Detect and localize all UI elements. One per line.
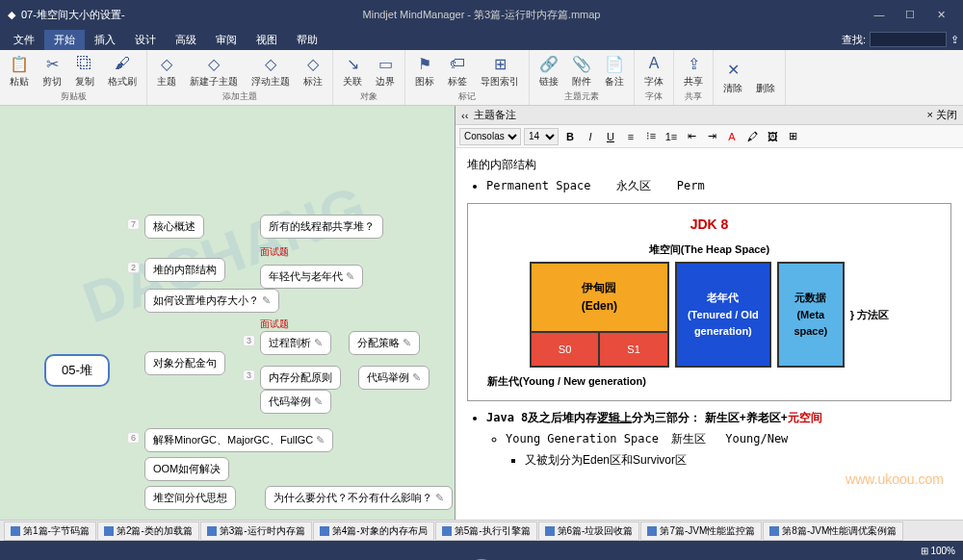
ribbon-icon: 🏷 — [448, 54, 467, 73]
mm-node-9[interactable]: 代码举例 ✎ — [358, 366, 429, 390]
main-node-0[interactable]: 05-堆 — [44, 354, 110, 387]
mm-node-12[interactable]: OOM如何解决 — [144, 457, 229, 481]
doc-tab-6[interactable]: 第7篇-JVM性能监控篇 — [640, 522, 762, 541]
ribbon-0-2[interactable]: ⿻复制 — [69, 52, 100, 90]
menu-tab-7[interactable]: 帮助 — [287, 30, 327, 50]
ribbon-4-0[interactable]: 🔗链接 — [534, 52, 564, 90]
ribbon-5-0[interactable]: A字体 — [638, 52, 669, 90]
search-label: 查找: — [842, 33, 866, 47]
mm-node-13[interactable]: 堆空间分代思想 — [144, 486, 236, 510]
highlight-button[interactable]: 🖍 — [743, 128, 761, 145]
ribbon-icon: ▭ — [376, 54, 395, 73]
menu-tab-0[interactable]: 文件 — [4, 30, 44, 50]
doc-tab-2[interactable]: 第3篇-运行时内存篇 — [200, 522, 312, 541]
menu-tab-4[interactable]: 高级 — [166, 30, 206, 50]
search-input[interactable] — [870, 32, 947, 47]
edit-icon: ✎ — [346, 270, 354, 282]
edit-icon: ✎ — [314, 395, 323, 407]
font-size-select[interactable]: 14 — [524, 128, 559, 145]
panel-collapse-icon[interactable]: ‹‹ — [461, 110, 468, 121]
align-left-button[interactable]: ≡ — [622, 128, 639, 145]
mm-node-8[interactable]: 内存分配原则 — [260, 366, 341, 390]
workspace: DACHANG 05-堆06-方法区核心概述7所有的线程都共享堆？堆的内部结构2… — [0, 106, 963, 520]
mindmap-file-icon — [769, 526, 779, 536]
italic-button[interactable]: I — [582, 128, 599, 145]
ribbon-4-1[interactable]: 📎附件 — [566, 52, 597, 90]
mm-node-7[interactable]: 分配策略 ✎ — [349, 331, 420, 355]
mindmap-file-icon — [207, 526, 217, 536]
zoom-level[interactable]: 100% — [930, 546, 955, 556]
ribbon-6-0[interactable]: ⇪共享 — [678, 52, 709, 90]
ribbon-2-0[interactable]: ↘关联 — [337, 52, 368, 90]
doc-tab-4[interactable]: 第5篇-执行引擎篇 — [435, 522, 537, 541]
share-icon[interactable]: ⇪ — [950, 34, 959, 46]
indent-button[interactable]: ⇥ — [703, 128, 720, 145]
badge-icon: 2 — [127, 262, 140, 273]
mm-node-10[interactable]: 代码举例 ✎ — [260, 390, 331, 414]
insert-image-button[interactable]: 🖼 — [764, 128, 781, 145]
menu-tab-5[interactable]: 审阅 — [206, 30, 247, 50]
mm-node-5[interactable]: 过程剖析 ✎ — [260, 331, 331, 355]
ribbon-3-1[interactable]: 🏷标签 — [442, 52, 473, 90]
notes-content[interactable]: 堆的内部结构 Permanent Space 永久区 Perm JDK 8 堆空… — [455, 148, 963, 520]
underline-button[interactable]: U — [602, 128, 619, 145]
doc-tab-7[interactable]: 第8篇-JVM性能调优案例篇 — [763, 522, 903, 541]
ribbon-icon: ◇ — [157, 54, 176, 73]
mm-node-4[interactable]: 如何设置堆内存大小？ ✎ — [144, 289, 279, 313]
ribbon-3-2[interactable]: ⊞导图索引 — [475, 52, 525, 90]
ribbon-1-1[interactable]: ◇新建子主题 — [184, 52, 244, 90]
ribbon-3-0[interactable]: ⚑图标 — [409, 52, 440, 90]
ribbon-2-1[interactable]: ▭边界 — [370, 52, 401, 90]
menu-tab-2[interactable]: 插入 — [85, 30, 125, 50]
young-gen-label: 新生代(Young / New generation) — [487, 373, 941, 391]
mm-node-2[interactable]: 堆的内部结构 — [144, 258, 225, 282]
doc-tab-3[interactable]: 第4篇-对象的内存布局 — [313, 522, 434, 541]
ribbon-icon: ✕ — [723, 61, 742, 80]
mm-node-3[interactable]: 年轻代与老年代 ✎ — [260, 265, 363, 289]
mm-node-6[interactable]: 对象分配金句 — [144, 351, 225, 375]
mm-node-11[interactable]: 解释MinorGC、MajorGC、FullGC ✎ — [144, 428, 333, 452]
font-color-button[interactable]: A — [723, 128, 741, 145]
edit-icon: ✎ — [262, 294, 271, 306]
mm-node-1[interactable]: 所有的线程都共享堆？ — [260, 215, 383, 239]
bold-button[interactable]: B — [561, 128, 579, 145]
notes-header: ‹‹ 主题备注 × 关闭 — [455, 106, 963, 125]
view-icons[interactable]: ⊞ — [921, 546, 928, 556]
ribbon-0-0[interactable]: 📋粘贴 — [4, 52, 35, 90]
doc-tab-1[interactable]: 第2篇-类的加载篇 — [97, 522, 199, 541]
ribbon-1-0[interactable]: ◇主题 — [151, 52, 182, 90]
ribbon-4-2[interactable]: 📄备注 — [599, 52, 630, 90]
bullet-list-button[interactable]: ⁝≡ — [642, 128, 660, 145]
outdent-button[interactable]: ⇤ — [683, 128, 700, 145]
doc-tab-0[interactable]: 第1篇-字节码篇 — [4, 522, 96, 541]
menu-tab-6[interactable]: 视图 — [247, 30, 287, 50]
mm-node-0[interactable]: 核心概述 — [144, 215, 204, 239]
window-title: 07-堆空间大小的设置- — [21, 8, 125, 22]
font-family-select[interactable]: Consolas — [459, 128, 521, 145]
menu-tab-1[interactable]: 开始 — [44, 30, 85, 50]
doc-tab-5[interactable]: 第6篇-垃圾回收篇 — [538, 522, 640, 541]
jdk8-diagram: JDK 8 堆空间(The Heap Space) 伊甸园 (Eden) S0 … — [467, 203, 951, 401]
ribbon-1-2[interactable]: ◇浮动主题 — [246, 52, 296, 90]
mindmap-panel[interactable]: DACHANG 05-堆06-方法区核心概述7所有的线程都共享堆？堆的内部结构2… — [0, 106, 455, 520]
ribbon-0-3[interactable]: 🖌格式刷 — [102, 52, 143, 90]
ribbon-7-0[interactable]: ✕清除 — [717, 52, 748, 103]
heap-space-label: 堆空间(The Heap Space) — [478, 242, 941, 259]
mindmap-file-icon — [442, 526, 452, 536]
close-button[interactable]: ✕ — [926, 5, 955, 24]
ribbon-0-1[interactable]: ✂剪切 — [37, 52, 67, 90]
old-gen-box: 老年代 (Tenured / Old generation) — [675, 262, 771, 368]
ribbon-1-3[interactable]: ◇标注 — [298, 52, 328, 90]
ribbon-icon: 📄 — [605, 54, 624, 73]
ribbon-icon: ⊞ — [490, 54, 509, 73]
menu-tab-3[interactable]: 设计 — [125, 30, 166, 50]
number-list-button[interactable]: 1≡ — [663, 128, 680, 145]
ribbon-7-1[interactable]: 删除 — [750, 52, 781, 103]
notes-close-button[interactable]: × 关闭 — [927, 108, 957, 122]
insert-table-button[interactable]: ⊞ — [784, 128, 801, 145]
maximize-button[interactable]: ☐ — [896, 5, 924, 24]
ribbon-icon: ⚑ — [415, 54, 434, 73]
diagram-title: JDK 8 — [478, 214, 941, 235]
mm-node-14[interactable]: 为什么要分代？不分有什么影响？ ✎ — [265, 486, 453, 510]
minimize-button[interactable]: — — [865, 5, 894, 24]
